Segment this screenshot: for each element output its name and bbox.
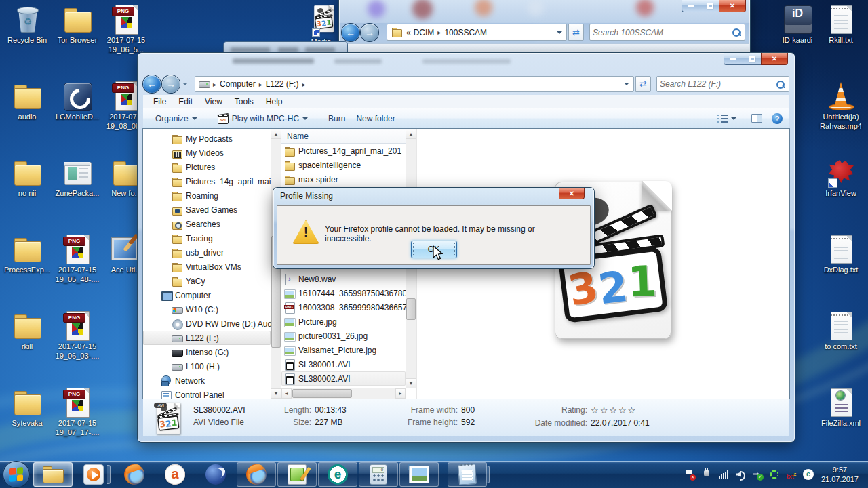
rating-stars[interactable]: ☆☆☆☆☆ xyxy=(591,405,650,415)
file-list-item[interactable]: Valisamet_Picture.jpg xyxy=(281,343,406,357)
play-with-mpc-button[interactable]: Play with MPC-HC xyxy=(212,112,313,125)
tree-item[interactable]: Pictures xyxy=(143,160,271,174)
tree-item[interactable]: My Videos xyxy=(143,146,271,160)
address-bar[interactable]: ▸ Computer ▸ L122 (F:) ▸ xyxy=(195,76,634,92)
desktop-icon[interactable]: 2017-07-15 19_06_03-.... xyxy=(53,310,102,383)
close-button[interactable]: ✕ xyxy=(761,53,788,65)
taskbar-calculator-button[interactable] xyxy=(359,462,398,487)
desktop-icon[interactable]: rkill xyxy=(3,310,52,383)
scroll-down-button[interactable]: ▼ xyxy=(406,378,416,388)
desktop-icon[interactable]: LGMobileD... xyxy=(53,81,102,153)
menu-view[interactable]: View xyxy=(199,97,229,106)
desktop-icon[interactable]: 2017-07-15 19_05_48-.... xyxy=(53,234,102,306)
network-signal-icon[interactable] xyxy=(718,469,729,480)
tree-item[interactable]: DVD RW Drive (D:) Audio xyxy=(143,317,271,331)
screenshot-tool-icon[interactable] xyxy=(769,469,780,480)
search-box[interactable] xyxy=(656,76,789,92)
taskbar-seamonkey-icon[interactable] xyxy=(202,462,229,487)
search-box[interactable] xyxy=(589,24,745,41)
file-list-item[interactable]: SL380002.AVI xyxy=(281,371,406,386)
taskbar-a-browser-icon[interactable]: a xyxy=(161,462,189,487)
preview-pane-button[interactable] xyxy=(751,114,762,123)
address-dropdown-icon[interactable] xyxy=(624,83,629,85)
tree-item[interactable]: VirtualBox VMs xyxy=(143,260,271,274)
menu-tools[interactable]: Tools xyxy=(229,97,260,106)
desktop-icon[interactable]: Rkill.txt xyxy=(816,4,865,77)
help-button[interactable]: ? xyxy=(772,113,783,124)
taskbar-photo-viewer-button[interactable] xyxy=(399,462,439,487)
file-list-item[interactable]: spaceintelligence xyxy=(281,158,406,172)
desktop-icon[interactable]: Tor Browser xyxy=(53,4,102,77)
power-plug-icon[interactable] xyxy=(701,469,712,480)
scroll-right-button[interactable]: ► xyxy=(395,388,406,399)
desktop-icon[interactable]: audio xyxy=(3,81,52,153)
organize-button[interactable]: Organize xyxy=(150,112,203,125)
tree-item[interactable]: Intenso (G:) xyxy=(143,345,271,359)
txt-tool-icon[interactable]: txtz xyxy=(786,469,797,480)
scroll-thumb[interactable] xyxy=(406,298,416,320)
minimize-button[interactable] xyxy=(724,53,743,65)
list-horizontal-scrollbar[interactable]: ◄ ► xyxy=(281,388,406,399)
tree-item[interactable]: Saved Games xyxy=(143,203,271,217)
desktop-icon[interactable]: to com.txt xyxy=(816,310,865,383)
close-button[interactable]: ✕ xyxy=(559,188,585,199)
change-view-button[interactable] xyxy=(711,112,742,125)
tree-item[interactable]: Searches xyxy=(143,217,271,231)
scroll-up-button[interactable]: ▲ xyxy=(271,129,281,139)
tree-item[interactable]: Roaming xyxy=(143,188,271,203)
minimize-button[interactable] xyxy=(682,0,701,12)
menu-help[interactable]: Help xyxy=(260,97,289,106)
file-list-item[interactable]: SL380001.AVI xyxy=(281,357,406,371)
tree-item[interactable]: Computer xyxy=(143,288,271,302)
safely-remove-usb-icon[interactable] xyxy=(752,469,763,480)
tree-item[interactable]: Control Panel xyxy=(143,388,271,399)
breadcrumb-item[interactable]: L122 (F:) xyxy=(266,79,299,89)
taskbar-eset-button[interactable]: e xyxy=(318,462,357,487)
file-list-item[interactable]: New8.wav xyxy=(281,272,406,286)
scroll-down-button[interactable]: ▼ xyxy=(271,388,281,399)
scroll-thumb[interactable] xyxy=(292,389,352,398)
desktop-icon[interactable]: IrfanView xyxy=(816,157,865,230)
taskbar-firefox-pinned-icon[interactable] xyxy=(121,462,148,487)
tree-item[interactable]: YaCy xyxy=(143,274,271,288)
search-input[interactable] xyxy=(657,79,776,89)
action-center-icon[interactable] xyxy=(684,469,695,480)
desktop-icon[interactable]: ZunePacka... xyxy=(53,157,102,230)
column-header-name[interactable]: Name xyxy=(281,129,416,144)
file-list-item[interactable]: 16107444_365998750436780_ xyxy=(281,286,406,300)
menu-file[interactable]: File xyxy=(147,97,172,106)
back-button[interactable]: ← xyxy=(342,24,359,41)
desktop-icon[interactable]: Sytevaka xyxy=(3,387,52,460)
desktop-icon[interactable]: ProcessExp... xyxy=(3,234,52,306)
maximize-button[interactable] xyxy=(743,53,761,65)
file-list-item[interactable]: picture0031_26.jpg xyxy=(281,329,406,343)
tree-item[interactable]: L100 (H:) xyxy=(143,359,271,373)
taskbar-notepad-button[interactable] xyxy=(448,462,487,487)
burn-button[interactable]: Burn xyxy=(323,112,351,125)
taskbar-notepadpp-button[interactable] xyxy=(277,462,317,487)
tree-item[interactable]: L122 (F:) xyxy=(143,331,271,345)
ok-button[interactable]: OK xyxy=(411,241,457,258)
forward-button[interactable]: → xyxy=(162,75,180,93)
refresh-button[interactable]: ⇄ xyxy=(568,24,584,41)
address-dropdown-icon[interactable] xyxy=(557,31,562,34)
search-input[interactable] xyxy=(590,28,732,37)
address-bar[interactable]: « DCIM ▸ 100SSCAM xyxy=(387,24,567,41)
desktop-icon[interactable]: DxDiag.txt xyxy=(816,234,865,306)
taskbar-explorer-button[interactable] xyxy=(33,462,73,487)
file-list-item[interactable]: Picture.jpg xyxy=(281,314,406,329)
desktop-icon[interactable]: Untitled(ja) Rahvas.mp4 xyxy=(816,81,865,153)
breadcrumb-item[interactable]: DCIM xyxy=(414,28,435,37)
tree-item[interactable]: W10 (C:) xyxy=(143,302,271,317)
background-explorer-window[interactable]: ✕ ← → « DCIM ▸ 100SSCAM ⇄ xyxy=(339,0,750,57)
desktop-icon[interactable]: Recycle Bin xyxy=(3,4,52,77)
breadcrumb-collapsed[interactable]: « xyxy=(403,28,414,37)
new-folder-button[interactable]: New folder xyxy=(351,112,400,125)
menu-edit[interactable]: Edit xyxy=(172,97,199,106)
tree-item[interactable]: Tracing xyxy=(143,231,271,245)
scroll-left-button[interactable]: ◄ xyxy=(281,388,292,399)
scroll-up-button[interactable]: ▲ xyxy=(406,129,416,139)
maximize-button[interactable] xyxy=(701,0,719,12)
desktop-icon[interactable]: 2017-07-15 19_07_17-.... xyxy=(53,387,102,460)
tree-item[interactable]: Pictures_14g_april_mai_ xyxy=(143,174,271,188)
